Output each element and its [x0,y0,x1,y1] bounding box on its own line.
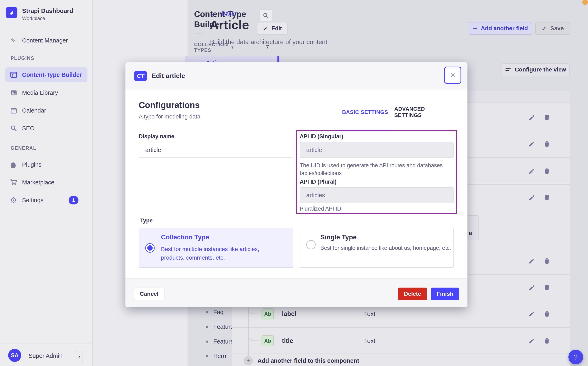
delete-field-button[interactable] [542,167,551,176]
edit-content-type-dialog: CT Edit article × Configurations A type … [125,62,467,307]
general-section-title: GENERAL [11,145,36,151]
back-link[interactable]: ← Back [210,9,235,18]
strapi-app: Strapi Dashboard Workplace ✎ Content Man… [0,0,588,366]
text-field-badge: Ab [261,308,274,320]
content-type-badge: CT [134,71,147,81]
edit-field-button[interactable] [527,336,536,345]
collapse-sidebar-button[interactable]: ‹ [76,351,83,362]
sidebar-item-label: SEO [22,125,35,132]
delete-button[interactable]: Delete [398,288,427,300]
sidebar-item-marketplace[interactable]: Marketplace [5,177,87,188]
active-tab-indicator [340,130,390,131]
field-type: Text [364,310,375,317]
api-id-singular-help: The UID is used to generate the API rout… [300,161,443,177]
edit-field-button[interactable] [527,139,536,148]
field-name: title [282,337,293,344]
option-description: Best for multiple instances like article… [161,245,280,262]
sidebar-item-label: Marketplace [22,179,54,186]
close-dialog-button[interactable]: × [444,67,461,84]
sidebar-divider [0,27,92,27]
workspace-title: Strapi Dashboard [22,7,73,14]
question-icon: ? [574,353,578,361]
help-button[interactable]: ? [568,350,583,364]
chevron-left-icon: ‹ [78,353,81,360]
single-type-option[interactable]: Single Type Best for single instance lik… [300,228,454,268]
option-title: Single Type [320,233,357,241]
sidebar-item-seo[interactable]: SEO [5,122,87,134]
plus-icon: + [473,24,477,33]
type-label: Type [140,218,153,224]
image-icon [10,89,17,96]
pen-icon: ✎ [5,37,17,44]
cancel-button[interactable]: Cancel [134,288,164,300]
edit-field-button[interactable] [527,167,536,176]
api-id-plural-help: Pluralized API ID [300,206,341,212]
tab-basic-settings[interactable]: BASIC SETTINGS [340,108,390,117]
gear-icon: ⚙ [9,195,18,205]
add-field-to-component-row[interactable]: + Add another field to this component [232,355,570,366]
sidebar-item-content-type-builder[interactable]: Content-Type Builder [5,67,87,82]
option-description: Best for single instance like about us, … [320,245,451,251]
sidebar-item-content-manager[interactable]: ✎ Content Manager [5,35,87,46]
delete-field-button[interactable] [542,139,551,148]
field-type: Text [364,337,375,344]
dialog-footer: Cancel Delete Finish [125,278,467,307]
delete-field-button[interactable] [542,257,551,266]
edit-button[interactable]: Edit [257,22,288,35]
radio-unselected-icon[interactable] [306,240,316,249]
tab-advanced-settings[interactable]: ADVANCED SETTINGS [394,108,451,117]
configure-view-button[interactable]: Configure the view [502,63,570,76]
close-icon: × [450,71,455,79]
sidebar-item-media-library[interactable]: Media Library [5,87,87,99]
search-icon [10,125,17,132]
dialog-heading: Configurations [139,100,200,110]
pencil-icon [263,26,268,31]
field-name: label [282,310,297,318]
avatar[interactable]: SA [8,349,21,362]
main-sidebar: Strapi Dashboard Workplace ✎ Content Man… [0,0,92,366]
sidebar-item-plugins[interactable]: Plugins [5,159,87,170]
settings-notification-badge: 1 [69,196,78,205]
delete-field-button[interactable] [542,283,551,292]
edit-field-button[interactable] [527,309,536,318]
dialog-subheading: A type for modeling data [139,113,200,120]
finish-button[interactable]: Finish [431,288,459,300]
dialog-title: Edit article [152,72,185,80]
cart-icon [10,179,17,186]
sidebar-item-label: Media Library [22,90,58,96]
check-icon: ✓ [542,25,547,32]
edit-field-button[interactable] [527,113,536,122]
sidebar-divider [0,343,92,344]
sidebar-item-label: Settings [22,197,44,204]
edit-field-button[interactable] [527,257,536,266]
display-name-input[interactable]: article [139,142,293,158]
display-name-label: Display name [139,133,174,140]
sidebar-item-calendar[interactable]: Calendar [5,105,87,116]
delete-field-button[interactable] [542,336,551,345]
table-row: Ab title Text [232,328,570,354]
save-button[interactable]: ✓ Save [535,22,570,35]
sidebar-item-settings[interactable]: ⚙ Settings 1 [5,194,87,206]
delete-field-button[interactable] [542,193,551,202]
delete-field-button[interactable] [542,309,551,318]
dialog-header: CT Edit article × [125,62,467,90]
add-another-field-button[interactable]: + Add another field [469,22,532,35]
page-title: Article [210,18,249,32]
plus-circle-icon: + [244,356,253,365]
tabs-divider [139,131,454,131]
filter-lines-icon [505,69,511,71]
workspace-subtitle: Workplace [22,15,45,21]
sidebar-item-label: Plugins [22,161,41,168]
page-subtitle: Build the data architecture of your cont… [210,38,327,46]
api-id-singular-label: API ID (Singular) [300,133,343,140]
delete-field-button[interactable] [542,113,551,122]
collection-type-option[interactable]: Collection Type Best for multiple instan… [139,228,293,268]
puzzle-icon [10,161,17,168]
option-title: Collection Type [161,233,209,241]
api-id-plural-label: API ID (Plural) [300,179,336,185]
user-name: Super Admin [29,352,62,359]
radio-selected-icon[interactable] [145,243,155,253]
edit-field-button[interactable] [527,193,536,202]
edit-field-button[interactable] [527,283,536,292]
hidden-button-peek: e [467,215,479,240]
